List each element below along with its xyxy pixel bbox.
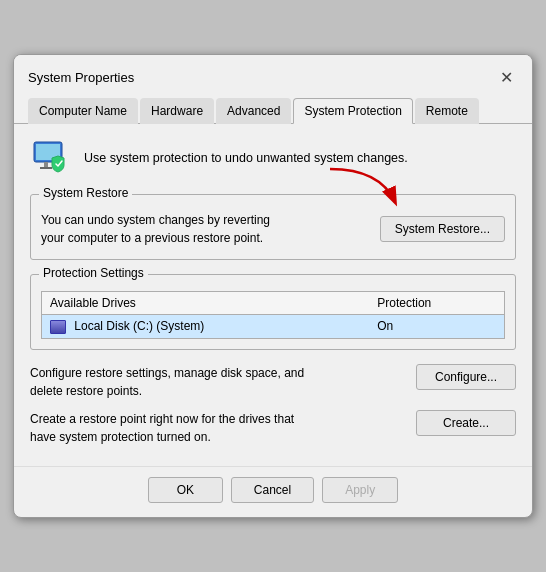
- system-restore-label: System Restore: [39, 186, 132, 200]
- configure-button[interactable]: Configure...: [416, 364, 516, 390]
- configure-row: Configure restore settings, manage disk …: [30, 364, 516, 400]
- create-button[interactable]: Create...: [416, 410, 516, 436]
- configure-description: Configure restore settings, manage disk …: [30, 364, 406, 400]
- footer: OK Cancel Apply: [14, 466, 532, 517]
- svg-rect-2: [44, 162, 48, 167]
- protection-settings-group: Protection Settings Available Drives Pro…: [30, 274, 516, 350]
- protection-settings-label: Protection Settings: [39, 266, 148, 280]
- title-bar: System Properties ✕: [14, 55, 532, 89]
- arrow-wrap: System Restore...: [380, 216, 505, 242]
- col-protection: Protection: [369, 292, 504, 315]
- tab-content: Use system protection to undo unwanted s…: [14, 124, 532, 466]
- svg-rect-3: [40, 167, 52, 169]
- tab-system-protection[interactable]: System Protection: [293, 98, 412, 124]
- restore-section: You can undo system changes by reverting…: [41, 195, 505, 247]
- window-title: System Properties: [28, 70, 134, 85]
- tab-remote[interactable]: Remote: [415, 98, 479, 124]
- system-icon: [30, 138, 72, 180]
- restore-description: You can undo system changes by reverting…: [41, 211, 370, 247]
- tab-hardware[interactable]: Hardware: [140, 98, 214, 124]
- header-description: Use system protection to undo unwanted s…: [84, 150, 408, 168]
- system-restore-group: System Restore You can undo system chang…: [30, 194, 516, 260]
- apply-button[interactable]: Apply: [322, 477, 398, 503]
- col-available-drives: Available Drives: [42, 292, 370, 315]
- table-row[interactable]: Local Disk (C:) (System) On: [42, 315, 505, 339]
- drives-table: Available Drives Protection Local Disk (…: [41, 291, 505, 339]
- drive-protection-cell: On: [369, 315, 504, 339]
- drive-name-cell: Local Disk (C:) (System): [42, 315, 370, 339]
- create-row: Create a restore point right now for the…: [30, 410, 516, 446]
- cancel-button[interactable]: Cancel: [231, 477, 314, 503]
- system-restore-button[interactable]: System Restore...: [380, 216, 505, 242]
- ok-button[interactable]: OK: [148, 477, 223, 503]
- drive-icon: [50, 320, 66, 334]
- tabs-bar: Computer Name Hardware Advanced System P…: [14, 91, 532, 124]
- header-section: Use system protection to undo unwanted s…: [30, 138, 516, 180]
- close-button[interactable]: ✕: [494, 65, 518, 89]
- tab-computer-name[interactable]: Computer Name: [28, 98, 138, 124]
- system-properties-dialog: System Properties ✕ Computer Name Hardwa…: [13, 54, 533, 518]
- create-description: Create a restore point right now for the…: [30, 410, 406, 446]
- tab-advanced[interactable]: Advanced: [216, 98, 291, 124]
